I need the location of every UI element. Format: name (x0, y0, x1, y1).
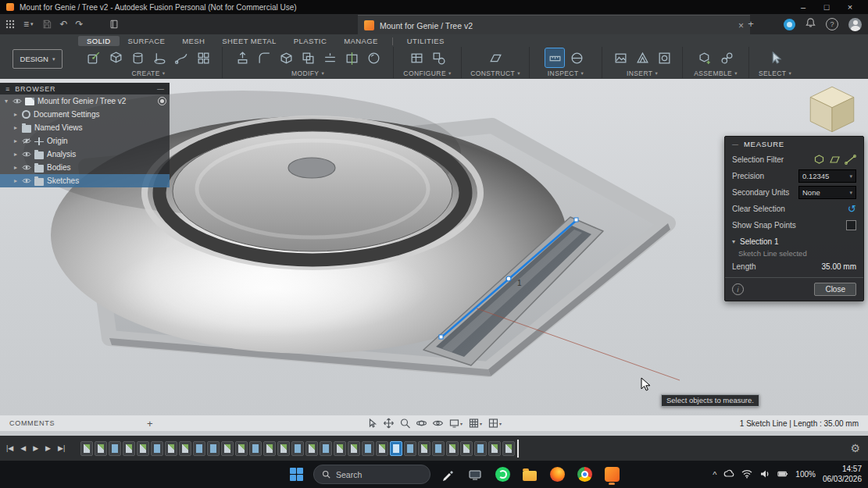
taskbar-search[interactable]: Search (313, 465, 430, 484)
tab-manage[interactable]: MANAGE (335, 36, 387, 46)
orbit-tool-button[interactable] (416, 418, 427, 429)
timeline-feature-icon[interactable] (263, 441, 276, 456)
selection-section-header[interactable]: ▾ Selection 1 (725, 233, 863, 248)
timeline-feature-icon[interactable] (221, 441, 234, 456)
expand-arrow-icon[interactable]: ▾ (3, 98, 9, 105)
timeline-feature-icon[interactable] (320, 441, 332, 456)
collaboration-icon[interactable] (784, 19, 795, 30)
add-comment-button[interactable]: + (147, 418, 153, 429)
filter-faces-button[interactable] (829, 155, 841, 165)
timeline-position-marker[interactable] (517, 440, 519, 458)
redo-button[interactable]: ↷ (76, 19, 84, 30)
grid-settings-button[interactable]: ▾ (468, 418, 482, 429)
taskbar-app-whatsapp[interactable] (492, 465, 513, 485)
hidden-icons-button[interactable]: ^ (713, 470, 716, 479)
document-tab[interactable]: Mount for Genie / Tree v2 × (358, 15, 750, 35)
section-collapse-icon[interactable]: ▾ (732, 238, 735, 245)
help-button[interactable]: ? (826, 18, 838, 30)
combine-button[interactable] (298, 48, 317, 67)
tab-solid[interactable]: SOLID (78, 36, 120, 46)
taskbar-app-pen[interactable] (438, 465, 458, 485)
timeline-feature-icon[interactable] (418, 441, 430, 456)
group-modify-dropdown[interactable]: MODIFY ▾ (291, 69, 324, 77)
timeline-feature-icon[interactable] (390, 441, 402, 456)
timeline-feature-icon[interactable] (474, 441, 487, 456)
taskbar-app-file-explorer[interactable] (520, 465, 540, 485)
close-button[interactable]: × (838, 0, 862, 14)
tab-close-icon[interactable]: × (738, 20, 744, 31)
taskbar-app-fusion[interactable] (602, 465, 622, 485)
secondary-units-dropdown[interactable]: None ▾ (798, 186, 856, 199)
browser-item-named-views[interactable]: ▸ Named Views (0, 121, 170, 134)
timeline-feature-icon[interactable] (137, 441, 149, 456)
filter-bodies-button[interactable] (813, 155, 825, 165)
timeline-go-to-end-button[interactable]: ▶| (58, 444, 65, 452)
visibility-eye-icon[interactable] (13, 98, 22, 105)
shell-button[interactable] (277, 48, 295, 67)
timeline-feature-icon[interactable] (80, 441, 93, 456)
minimize-button[interactable]: – (791, 0, 815, 14)
new-component-button[interactable] (695, 48, 714, 67)
workspace-switcher[interactable]: DESIGN ▾ (13, 49, 63, 69)
expand-arrow-icon[interactable]: ▸ (13, 164, 19, 171)
group-insert-dropdown[interactable]: INSERT ▾ (627, 69, 658, 77)
timeline-feature-icon[interactable] (432, 441, 445, 456)
tab-plastic[interactable]: PLASTIC (285, 36, 335, 46)
timeline-feature-icon[interactable] (502, 441, 515, 456)
visibility-eye-icon[interactable] (22, 164, 31, 171)
browser-root-row[interactable]: ▾ Mount for Genie / Tree v2 (0, 94, 170, 108)
insert-canvas-button[interactable] (611, 48, 630, 67)
browser-item-document-settings[interactable]: ▸ Document Settings (0, 108, 170, 121)
timeline-feature-icon[interactable] (460, 441, 473, 456)
timeline-feature-icon[interactable] (235, 441, 248, 456)
pan-tool-button[interactable] (383, 418, 394, 429)
battery-icon[interactable] (777, 468, 788, 482)
appearance-button[interactable] (364, 48, 383, 67)
save-button[interactable] (41, 19, 52, 30)
start-button[interactable] (286, 465, 306, 485)
create-box-button[interactable] (106, 48, 125, 67)
create-pattern-button[interactable] (194, 48, 213, 67)
timeline-feature-icon[interactable] (95, 441, 107, 456)
viewports-button[interactable]: ▾ (488, 418, 502, 429)
expand-arrow-icon[interactable]: ▸ (13, 111, 19, 118)
visibility-eye-icon[interactable] (22, 137, 31, 144)
timeline-feature-icon[interactable] (334, 441, 346, 456)
create-cylinder-button[interactable] (128, 48, 147, 67)
timeline-go-to-start-button[interactable]: |◀ (6, 444, 13, 452)
fillet-button[interactable] (255, 48, 273, 67)
group-configure-dropdown[interactable]: CONFIGURE ▾ (403, 69, 451, 77)
timeline-step-back-button[interactable]: ◀ (20, 444, 26, 452)
maximize-button[interactable]: □ (815, 0, 838, 14)
joint-button[interactable] (717, 48, 736, 67)
timeline-feature-icon[interactable] (109, 441, 121, 456)
timeline-feature-icon[interactable] (193, 441, 205, 456)
volume-icon[interactable] (759, 468, 770, 482)
tab-sheet-metal[interactable]: SHEET METAL (213, 36, 285, 46)
taskbar-app-firefox[interactable] (547, 465, 567, 485)
section-analysis-button[interactable] (567, 48, 586, 67)
taskbar-clock[interactable]: 14:57 06/03/2026 (823, 465, 862, 484)
insert-mesh-button[interactable] (633, 48, 652, 67)
timeline-feature-icon[interactable] (165, 441, 177, 456)
info-icon[interactable]: i (732, 283, 744, 295)
notifications-button[interactable] (805, 17, 816, 31)
measure-close-button[interactable]: Close (814, 283, 856, 296)
app-grid-icon[interactable] (5, 19, 16, 30)
file-menu-button[interactable]: ≡ ▾ (23, 19, 34, 30)
timeline-feature-icon[interactable] (348, 441, 360, 456)
display-settings-button[interactable]: ▾ (448, 418, 463, 429)
configuration-button[interactable] (429, 48, 448, 67)
view-cube[interactable] (804, 82, 860, 138)
show-snap-points-checkbox[interactable] (846, 220, 856, 230)
group-create-dropdown[interactable]: CREATE ▾ (132, 69, 166, 77)
timeline-feature-icon[interactable] (362, 441, 374, 456)
tab-utilities[interactable]: UTILITIES (398, 36, 453, 46)
browser-item-bodies[interactable]: ▸ Bodies (0, 161, 170, 174)
timeline-settings-gear-icon[interactable]: ⚙ (850, 442, 860, 454)
visibility-eye-icon[interactable] (22, 177, 31, 184)
timeline-feature-icon[interactable] (277, 441, 290, 456)
timeline-feature-icon[interactable] (151, 441, 163, 456)
timeline-feature-icon[interactable] (123, 441, 135, 456)
taskbar-app-display[interactable] (465, 465, 485, 485)
